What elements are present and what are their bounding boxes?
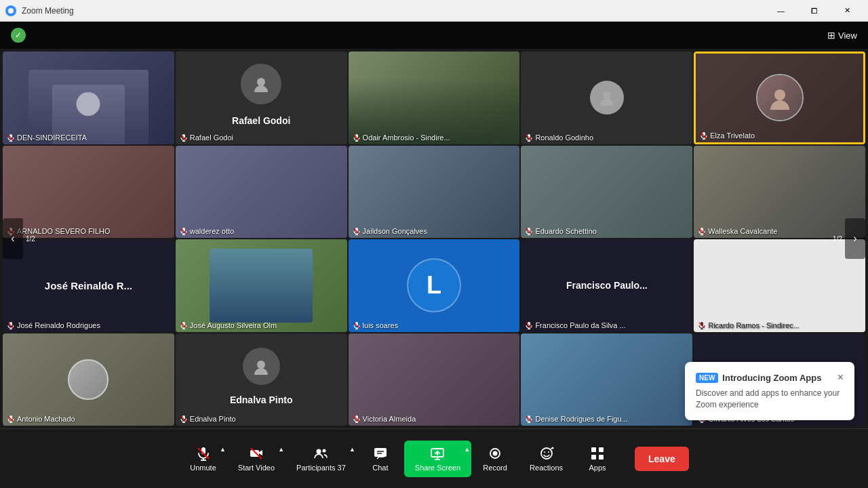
participants-chevron-icon[interactable]: ▲	[349, 446, 355, 453]
participant-large-name-17: Ednalva Pinto	[224, 389, 298, 411]
chat-group[interactable]: Chat	[357, 441, 404, 477]
video-cell-7[interactable]: walderez otto	[176, 146, 347, 239]
video-cell-10[interactable]: Walleska Cavalcante	[694, 146, 865, 239]
share-screen-button[interactable]: Share Screen	[404, 441, 471, 477]
popup-header: NEW Introducing Zoom Apps ×	[696, 371, 844, 384]
video-cell-5[interactable]: Elza Trivelato	[694, 52, 865, 144]
apps-button[interactable]: Apps	[574, 441, 621, 477]
share-screen-label: Share Screen	[415, 464, 460, 472]
chat-label: Chat	[372, 464, 388, 472]
video-cell-9[interactable]: Eduardo Schettino	[521, 146, 692, 239]
svg-point-91	[317, 449, 321, 453]
share-screen-icon	[430, 446, 445, 461]
apps-label: Apps	[589, 464, 606, 472]
view-button[interactable]: ⊞ View	[827, 30, 857, 41]
participant-name-2: Rafael Godoi	[180, 134, 233, 142]
video-cell-6[interactable]: ARNALDO SEVERO FILHO	[3, 146, 174, 239]
popup-close-button[interactable]: ×	[837, 371, 844, 384]
svg-point-14	[603, 92, 611, 100]
unmute-group[interactable]: Unmute ▲	[179, 441, 227, 477]
topbar: ✓ ⊞ View	[0, 22, 868, 49]
maximize-button[interactable]: ⧠	[799, 0, 829, 22]
reactions-icon	[539, 446, 554, 461]
participant-large-name-11: José Reinaldo R...	[39, 274, 138, 297]
share-chevron-icon[interactable]: ▲	[464, 446, 470, 453]
participant-name-17: Ednalva Pinto	[180, 415, 236, 423]
page-indicator-right: 1/2	[833, 235, 842, 243]
participant-name-8: Jaildson Gonçalves	[353, 227, 427, 235]
unmute-chevron-icon[interactable]: ▲	[220, 446, 226, 453]
participant-name-12: José Augusto Silveira Olm	[180, 321, 277, 329]
window-controls[interactable]: — ⧠ ✕	[766, 0, 863, 22]
svg-point-101	[493, 451, 498, 455]
mute-icon	[196, 446, 211, 461]
svg-rect-107	[599, 447, 604, 452]
reactions-button[interactable]: Reactions	[519, 441, 574, 477]
participant-name-15: Ricardo Ramos - Sindirec...	[698, 321, 800, 329]
topbar-right[interactable]: ⊞ View	[827, 30, 857, 41]
participant-name-9: Eduardo Schettino	[525, 227, 597, 235]
video-cell-3[interactable]: Odair Ambrosio - Sindire...	[349, 52, 520, 144]
reactions-label: Reactions	[530, 464, 563, 472]
participant-name-14: Francisco Paulo da Silva ...	[525, 321, 625, 329]
svg-point-104	[548, 451, 549, 453]
svg-point-0	[8, 8, 14, 14]
participant-name-4: Ronaldo Godinho	[525, 134, 593, 142]
share-screen-group[interactable]: Share Screen ▲	[404, 441, 471, 477]
video-cell-18[interactable]: Victoria Almeida	[349, 333, 520, 426]
popup-description: Discover and add apps to enhance your Zo…	[696, 388, 844, 411]
reactions-group[interactable]: Reactions	[519, 441, 574, 477]
video-cell-8[interactable]: Jaildson Gonçalves	[349, 146, 520, 239]
zoom-icon	[5, 5, 16, 16]
video-cell-11[interactable]: José Reinaldo R... José Reinaldo Rodrigu…	[3, 239, 174, 332]
titlebar: Zoom Meeting — ⧠ ✕	[0, 0, 868, 22]
next-page-button[interactable]: ›	[845, 218, 865, 259]
participant-name-1: DEN-SINDIRECEITA	[7, 134, 87, 142]
video-cell-19[interactable]: Denise Rodrigues de Figu...	[521, 333, 692, 426]
record-icon	[488, 446, 502, 461]
svg-point-105	[551, 447, 553, 449]
participant-name-3: Odair Ambrosio - Sindire...	[353, 134, 450, 142]
security-shield-icon: ✓	[11, 28, 26, 43]
record-button[interactable]: Record	[471, 441, 519, 477]
popup-title-area: NEW Introducing Zoom Apps	[696, 373, 821, 383]
bottom-toolbar: Unmute ▲ Start Video ▲	[0, 428, 868, 488]
participant-name-16: Antonio Machado	[7, 415, 75, 423]
minimize-button[interactable]: —	[766, 0, 796, 22]
close-button[interactable]: ✕	[832, 0, 863, 22]
video-cell-13[interactable]: L luis soares	[349, 239, 520, 332]
video-cell-12[interactable]: José Augusto Silveira Olm	[176, 239, 347, 332]
video-cell-17[interactable]: Ednalva Pinto Ednalva Pinto	[176, 333, 347, 426]
svg-point-103	[544, 451, 545, 453]
popup-title: Introducing Zoom Apps	[722, 373, 821, 383]
participants-icon	[313, 446, 328, 461]
svg-rect-108	[591, 455, 596, 460]
video-cell-16[interactable]: Antonio Machado	[3, 333, 174, 426]
previous-page-button[interactable]: ‹	[3, 218, 23, 259]
participants-button[interactable]: Participants 37	[285, 441, 357, 477]
svg-rect-93	[374, 448, 387, 457]
video-cell-14[interactable]: Francisco Paulo... Francisco Paulo da Si…	[521, 239, 692, 332]
video-cell-1[interactable]: DEN-SINDIRECEITA	[3, 52, 174, 144]
leave-button[interactable]: Leave	[635, 447, 689, 471]
apps-icon	[590, 446, 605, 461]
participant-name-18: Victoria Almeida	[353, 415, 416, 423]
video-cell-15[interactable]: Ricardo Ramos - Sindirec...	[694, 239, 865, 332]
chat-button[interactable]: Chat	[357, 441, 404, 477]
page-indicator-left: 1/2	[26, 235, 35, 243]
participants-group[interactable]: Participants 37 ▲	[285, 441, 357, 477]
participant-name-10: Walleska Cavalcante	[698, 227, 777, 235]
record-label: Record	[483, 464, 507, 472]
video-group[interactable]: Start Video ▲	[227, 441, 285, 477]
video-chevron-icon[interactable]: ▲	[278, 446, 284, 453]
svg-point-102	[541, 448, 552, 459]
window-title: Zoom Meeting	[22, 6, 74, 16]
apps-group[interactable]: Apps	[574, 441, 621, 477]
video-cell-4[interactable]: Ronaldo Godinho	[521, 52, 692, 144]
participant-large-name-2: Rafael Godoi	[226, 110, 296, 131]
record-group[interactable]: Record	[471, 441, 519, 477]
participant-name-13: luis soares	[353, 321, 399, 329]
new-badge: NEW	[696, 373, 718, 383]
video-cell-2[interactable]: Rafael Godoi Rafael Godoi	[176, 52, 347, 144]
start-video-button[interactable]: Start Video	[227, 441, 285, 477]
